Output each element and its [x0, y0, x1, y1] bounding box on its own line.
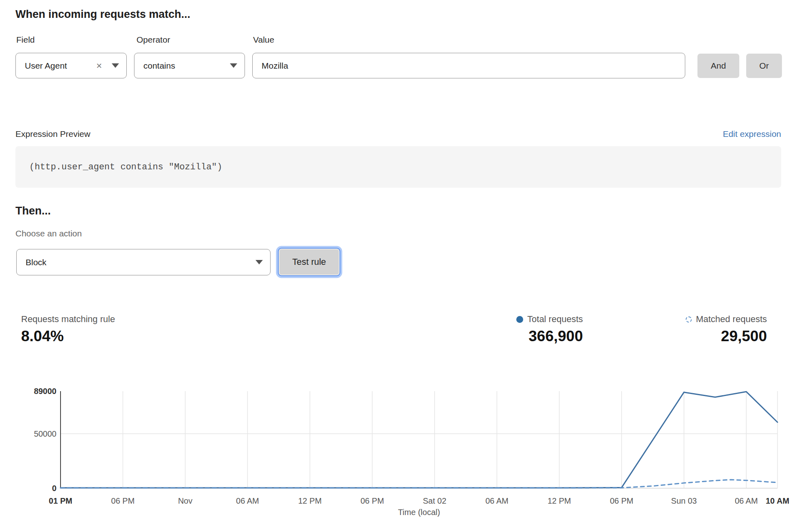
time-axis-label: Time (local): [398, 508, 440, 517]
svg-text:06 AM: 06 AM: [236, 496, 259, 505]
matching-stat-value: 8.04%: [21, 328, 115, 345]
svg-text:Nov: Nov: [178, 496, 193, 505]
svg-text:Sun 03: Sun 03: [671, 496, 697, 505]
svg-text:0: 0: [52, 484, 56, 493]
action-select[interactable]: Block: [16, 249, 271, 275]
requests-chart: 0500008900001 PM06 PMNov06 AM12 PM06 PMS…: [0, 378, 812, 526]
svg-text:89000: 89000: [34, 387, 56, 396]
total-requests-stat: Total requests 366,900: [481, 314, 583, 345]
dashed-circle-icon: [686, 316, 692, 323]
value-label: Value: [253, 35, 274, 45]
edit-expression-link[interactable]: Edit expression: [723, 129, 781, 139]
operator-label: Operator: [136, 35, 170, 45]
solid-dot-icon: [516, 316, 523, 323]
matching-stat: Requests matching rule 8.04%: [21, 314, 115, 345]
operator-select[interactable]: contains: [134, 53, 245, 78]
svg-text:06 PM: 06 PM: [111, 496, 135, 505]
svg-text:12 PM: 12 PM: [298, 496, 322, 505]
expression-code-box: (http.user_agent contains "Mozilla"): [15, 146, 781, 188]
expression-code: (http.user_agent contains "Mozilla"): [29, 162, 222, 172]
clear-icon[interactable]: ×: [96, 61, 102, 71]
svg-text:06 AM: 06 AM: [735, 496, 758, 505]
svg-text:Sat 02: Sat 02: [423, 496, 446, 505]
matched-requests-value: 29,500: [661, 328, 767, 345]
operator-select-value: contains: [143, 61, 175, 71]
svg-text:06 AM: 06 AM: [485, 496, 509, 505]
svg-text:01 PM: 01 PM: [49, 496, 72, 505]
total-requests-legend[interactable]: Total requests: [481, 314, 583, 325]
svg-text:12 PM: 12 PM: [548, 496, 571, 505]
chevron-down-icon: [112, 63, 119, 68]
chevron-down-icon: [256, 260, 263, 264]
and-button[interactable]: And: [697, 54, 739, 78]
field-select[interactable]: User Agent ×: [15, 53, 127, 78]
then-heading: Then...: [15, 205, 51, 217]
test-rule-button[interactable]: Test rule: [278, 248, 340, 276]
svg-text:10 AM: 10 AM: [766, 496, 789, 505]
field-label: Field: [16, 35, 35, 45]
choose-action-label: Choose an action: [15, 229, 82, 238]
matched-requests-label: Matched requests: [696, 314, 767, 325]
page-title: When incoming requests match...: [15, 8, 191, 21]
value-input[interactable]: [252, 53, 685, 78]
field-select-value: User Agent: [25, 61, 67, 71]
svg-text:50000: 50000: [34, 429, 56, 438]
total-requests-label: Total requests: [527, 314, 583, 325]
total-requests-value: 366,900: [481, 328, 583, 345]
matched-requests-legend[interactable]: Matched requests: [661, 314, 767, 325]
svg-text:06 PM: 06 PM: [610, 496, 633, 505]
firewall-rule-editor: When incoming requests match... Field Op…: [0, 0, 812, 526]
matched-requests-stat: Matched requests 29,500: [661, 314, 767, 345]
matching-stat-label: Requests matching rule: [21, 314, 115, 325]
or-button[interactable]: Or: [746, 54, 782, 78]
chevron-down-icon: [230, 63, 237, 68]
expression-preview-label: Expression Preview: [15, 129, 90, 139]
action-select-value: Block: [26, 258, 46, 267]
svg-text:06 PM: 06 PM: [360, 496, 384, 505]
